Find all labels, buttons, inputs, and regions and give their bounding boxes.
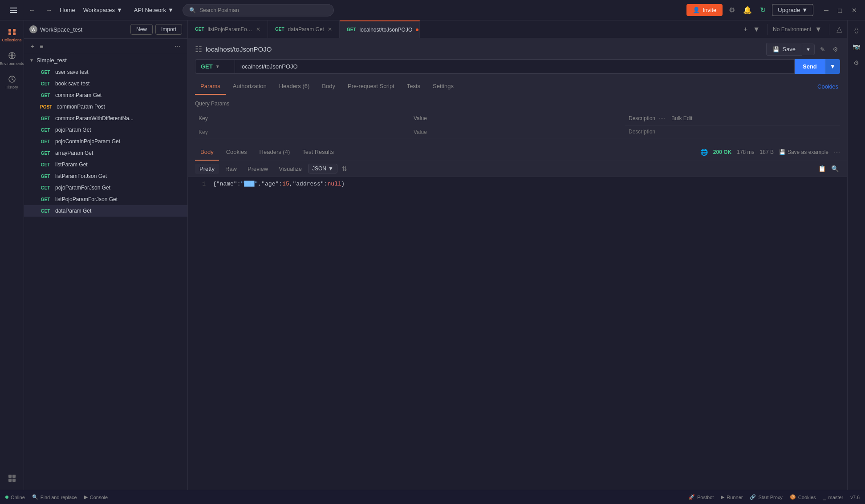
postbot-label: Postbot	[697, 495, 714, 500]
notifications-button[interactable]: 🔔	[741, 4, 754, 16]
send-dropdown-button[interactable]: ▼	[825, 59, 840, 74]
tabs-bar: GET listPojoParamForJson Ge ✕ GET dataPa…	[188, 20, 847, 38]
api-network-menu[interactable]: API Network ▼	[130, 5, 177, 15]
runner-button[interactable]: ▶ Runner	[721, 494, 743, 500]
tabs-dropdown-button[interactable]: ▼	[751, 24, 762, 35]
collection-header[interactable]: ▼ Simple_test	[24, 54, 187, 66]
find-replace-button[interactable]: 🔍 Find and replace	[32, 494, 77, 500]
send-button[interactable]: Send	[795, 59, 825, 74]
settings-button[interactable]: ⚙	[727, 4, 737, 16]
list-item[interactable]: GET user save test	[24, 66, 187, 78]
tab-authorization[interactable]: Authorization	[227, 78, 272, 95]
tab-pre-request-script[interactable]: Pre-request Script	[342, 78, 400, 95]
list-item[interactable]: GET listPojoParamForJson Get	[24, 194, 187, 205]
comment-button[interactable]: ⚙	[831, 44, 840, 55]
sort-button[interactable]: ≡	[38, 41, 45, 51]
tab-dataParam[interactable]: GET dataParam Get ✕	[268, 20, 340, 38]
save-example-button[interactable]: 💾 Save as example	[779, 149, 828, 155]
online-status[interactable]: Online	[5, 495, 25, 500]
res-tab-test-results[interactable]: Test Results	[297, 144, 339, 161]
forward-button[interactable]: →	[43, 4, 55, 16]
postbot-button[interactable]: 🚀 Postbot	[689, 494, 714, 500]
method-select[interactable]: GET ▼	[195, 59, 235, 74]
format-visualize-button[interactable]: Visualize	[274, 164, 306, 174]
tab-localhost-tojsonpojo[interactable]: GET localhost/toJsonPOJO ✕	[340, 20, 420, 38]
cookies-link[interactable]: Cookies	[816, 79, 840, 94]
upgrade-button[interactable]: Upgrade ▼	[772, 4, 813, 16]
tab-settings[interactable]: Settings	[427, 78, 459, 95]
list-item[interactable]: GET book save test	[24, 78, 187, 89]
list-item[interactable]: POST commonParam Post	[24, 101, 187, 113]
sync-button[interactable]: ↻	[758, 4, 768, 16]
right-icon-2[interactable]: ⚙	[851, 56, 862, 69]
tab-tests[interactable]: Tests	[402, 78, 426, 95]
line-number: 1	[195, 181, 206, 187]
res-tab-cookies[interactable]: Cookies	[221, 144, 252, 161]
home-link[interactable]: Home	[60, 7, 75, 13]
format-pretty-button[interactable]: Pretty	[195, 164, 219, 174]
add-tab-button[interactable]: +	[742, 24, 749, 35]
search-bar[interactable]: 🔍 Search Postman	[183, 4, 334, 16]
request-icon: ☷	[195, 44, 202, 54]
right-panel-toggle-button[interactable]: 〈〉	[852, 24, 861, 37]
console-button[interactable]: ▶ Console	[84, 494, 108, 500]
list-item[interactable]: GET pojoParamForJson Get	[24, 182, 187, 194]
query-params-area: Query Params Key Value Description ⋯ B	[188, 95, 847, 144]
list-item[interactable]: GET pojoParam Get	[24, 124, 187, 136]
add-collection-button[interactable]: +	[29, 41, 36, 51]
list-item[interactable]: GET dataParam Get	[24, 205, 187, 217]
tab-body[interactable]: Body	[317, 78, 341, 95]
key-input[interactable]	[199, 129, 406, 135]
save-button[interactable]: 💾 Save	[766, 43, 802, 56]
back-button[interactable]: ←	[26, 4, 38, 16]
tab-params[interactable]: Params	[195, 78, 226, 95]
url-input[interactable]	[235, 59, 795, 74]
sidebar-item-apps[interactable]	[1, 470, 23, 486]
maximize-button[interactable]: ◻	[835, 6, 845, 15]
response-more-button[interactable]: ⋯	[834, 149, 840, 156]
json-format-select[interactable]: JSON ▼	[308, 164, 337, 173]
description-column-header: Description ⋯ Bulk Edit	[625, 111, 840, 126]
cookies-status-button[interactable]: 🍪 Cookies	[790, 494, 816, 500]
tab-close-icon[interactable]: ✕	[328, 26, 332, 32]
start-proxy-button[interactable]: 🔗 Start Proxy	[750, 494, 782, 500]
format-preview-button[interactable]: Preview	[243, 164, 272, 174]
res-tab-headers[interactable]: Headers (4)	[254, 144, 296, 161]
item-name: book save test	[55, 81, 89, 87]
git-branch-button[interactable]: ⎯ master	[823, 495, 844, 500]
environment-panel-button[interactable]: △	[835, 23, 844, 35]
sidebar-item-environments[interactable]: Environments	[1, 48, 23, 69]
sidebar-item-history[interactable]: History	[1, 71, 23, 93]
tab-headers[interactable]: Headers (6)	[274, 78, 315, 95]
import-button[interactable]: Import	[155, 24, 182, 35]
list-item[interactable]: GET listParamForJson Get	[24, 170, 187, 182]
value-input[interactable]	[414, 129, 621, 135]
invite-button[interactable]: 👤 Invite	[686, 4, 723, 16]
minimize-button[interactable]: ─	[821, 6, 831, 15]
workspaces-menu[interactable]: Workspaces ▼	[80, 5, 126, 15]
tab-close-icon[interactable]: ✕	[256, 26, 260, 32]
list-item[interactable]: GET commonParamWithDifferentNa...	[24, 113, 187, 124]
hamburger-button[interactable]	[5, 4, 21, 16]
more-options-button[interactable]: ⋯	[173, 41, 182, 51]
bulk-edit-button[interactable]: Bulk Edit	[670, 114, 693, 122]
description-input[interactable]	[629, 129, 837, 135]
close-button[interactable]: ✕	[849, 6, 860, 15]
format-raw-button[interactable]: Raw	[221, 164, 241, 174]
search-response-button[interactable]: 🔍	[830, 164, 840, 173]
wrap-lines-button[interactable]: ⇅	[339, 164, 350, 173]
res-tab-body[interactable]: Body	[195, 144, 219, 161]
new-button[interactable]: New	[130, 24, 153, 35]
list-item[interactable]: GET commonParam Get	[24, 89, 187, 101]
column-more-button[interactable]: ⋯	[657, 114, 667, 123]
right-icon-1[interactable]: 📷	[850, 40, 863, 53]
tab-listPojoParamForJson[interactable]: GET listPojoParamForJson Ge ✕	[188, 20, 268, 38]
sidebar-item-collections[interactable]: Collections	[1, 24, 23, 46]
save-dropdown-button[interactable]: ▼	[802, 44, 815, 55]
list-item[interactable]: GET pojoContainPojoParam Get	[24, 136, 187, 147]
edit-button[interactable]: ✎	[818, 44, 827, 55]
copy-response-button[interactable]: 📋	[817, 164, 827, 173]
list-item[interactable]: GET listParam Get	[24, 159, 187, 170]
environment-dropdown-button[interactable]: ▼	[813, 24, 824, 35]
list-item[interactable]: GET arrayParam Get	[24, 147, 187, 159]
